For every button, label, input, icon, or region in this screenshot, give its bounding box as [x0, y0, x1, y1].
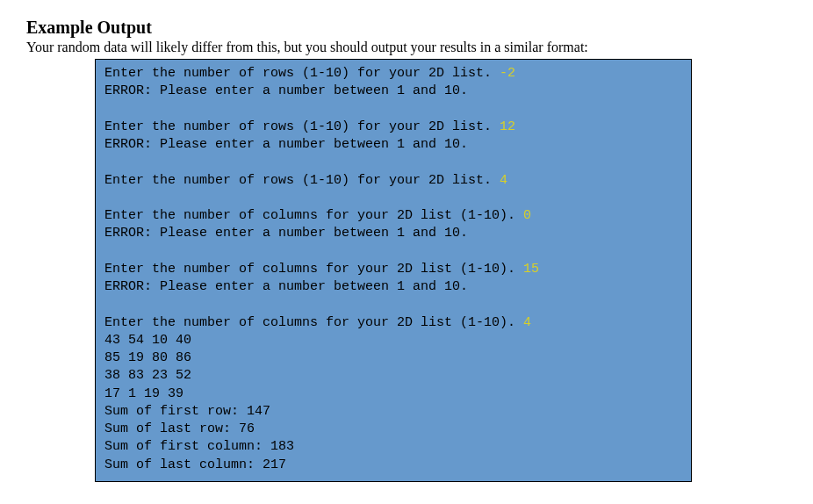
prompt-line: Enter the number of columns for your 2D …: [104, 314, 682, 332]
user-input: 4: [523, 315, 531, 330]
sum-value: 76: [239, 421, 255, 436]
prompt-text: Enter the number of columns for your 2D …: [104, 262, 523, 277]
error-line: ERROR: Please enter a number between 1 a…: [104, 278, 682, 296]
prompt-line: Enter the number of rows (1-10) for your…: [104, 119, 682, 136]
blank-line: [104, 154, 682, 171]
prompt-text: Enter the number of rows (1-10) for your…: [104, 173, 500, 188]
sum-value: 183: [270, 439, 294, 454]
section-heading: Example Output: [26, 18, 787, 38]
sum-line: Sum of last column: 217: [104, 457, 682, 474]
sum-line: Sum of first column: 183: [104, 438, 682, 456]
console-output: Enter the number of rows (1-10) for your…: [95, 59, 692, 482]
blank-line: [104, 190, 682, 207]
sum-label: Sum of last column:: [104, 457, 263, 472]
user-input: 0: [523, 208, 531, 223]
user-input: -2: [500, 66, 515, 81]
blank-line: [104, 101, 682, 119]
sum-label: Sum of first column:: [104, 439, 270, 454]
matrix-row: 17 1 19 39: [104, 385, 682, 403]
sum-label: Sum of first row:: [104, 404, 247, 419]
sum-value: 217: [263, 457, 286, 472]
blank-line: [104, 296, 682, 313]
user-input: 15: [523, 262, 539, 277]
prompt-line: Enter the number of columns for your 2D …: [104, 261, 682, 278]
prompt-line: Enter the number of rows (1-10) for your…: [104, 65, 682, 83]
matrix-row: 43 54 10 40: [104, 332, 682, 349]
prompt-line: Enter the number of columns for your 2D …: [104, 207, 682, 225]
prompt-text: Enter the number of columns for your 2D …: [104, 315, 523, 330]
error-line: ERROR: Please enter a number between 1 a…: [104, 83, 682, 100]
sum-line: Sum of first row: 147: [104, 403, 682, 421]
blank-line: [104, 243, 682, 261]
matrix-row: 38 83 23 52: [104, 367, 682, 385]
prompt-text: Enter the number of rows (1-10) for your…: [104, 119, 500, 134]
error-line: ERROR: Please enter a number between 1 a…: [104, 136, 682, 154]
sum-label: Sum of last row:: [104, 421, 239, 436]
user-input: 12: [500, 119, 515, 134]
user-input: 4: [500, 173, 507, 188]
prompt-text: Enter the number of columns for your 2D …: [104, 208, 523, 223]
prompt-line: Enter the number of rows (1-10) for your…: [104, 172, 682, 190]
matrix-row: 85 19 80 86: [104, 349, 682, 367]
sum-line: Sum of last row: 76: [104, 421, 682, 438]
prompt-text: Enter the number of rows (1-10) for your…: [104, 66, 500, 81]
intro-text: Your random data will likely differ from…: [26, 40, 787, 55]
error-line: ERROR: Please enter a number between 1 a…: [104, 225, 682, 242]
sum-value: 147: [247, 404, 270, 419]
